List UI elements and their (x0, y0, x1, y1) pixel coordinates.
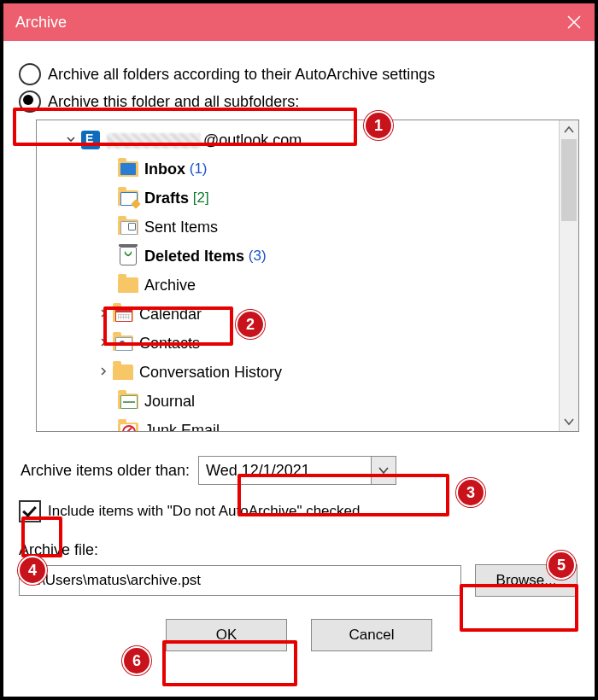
tree-item-drafts[interactable]: Drafts [2] (38, 184, 555, 213)
chevron-down-icon[interactable] (371, 457, 396, 484)
include-label: Include items with "Do not AutoArchive" … (48, 503, 360, 520)
tree-item-junk[interactable]: Junk Email (38, 416, 555, 431)
tree-item-inbox[interactable]: Inbox (1) (38, 155, 555, 184)
inbox-count: (1) (190, 160, 208, 178)
contacts-icon (113, 335, 133, 351)
archive-file-label: Archive file: (19, 541, 579, 559)
archive-label: Archive (144, 277, 196, 295)
chevron-down-icon[interactable] (62, 134, 79, 147)
exchange-icon (81, 131, 100, 149)
close-icon (566, 14, 583, 31)
deleted-label: Deleted Items (144, 248, 244, 265)
older-than-dropdown[interactable]: Wed 12/1/2021 (198, 456, 396, 485)
annotation-badge-2: 2 (236, 310, 265, 339)
sent-icon (118, 219, 138, 235)
close-button[interactable] (566, 14, 583, 31)
junk-icon (118, 423, 138, 431)
dialog-buttons: OK Cancel (19, 619, 579, 651)
radio-icon (19, 63, 41, 85)
chevron-right-icon[interactable] (95, 308, 112, 321)
radio-this-label: Archive this folder and all subfolders: (48, 93, 299, 111)
chevron-right-icon[interactable] (95, 337, 112, 350)
older-than-row: Archive items older than: Wed 12/1/2021 (21, 456, 579, 485)
tree-item-archive[interactable]: Archive (38, 271, 555, 300)
inbox-icon (118, 161, 138, 177)
calendar-icon (113, 306, 133, 322)
cancel-button[interactable]: Cancel (311, 619, 432, 651)
contacts-label: Contacts (139, 335, 200, 353)
radio-archive-this[interactable]: Archive this folder and all subfolders: (19, 90, 579, 113)
conversation-label: Conversation History (139, 364, 282, 382)
tree-item-conversation[interactable]: Conversation History (38, 358, 555, 387)
annotation-badge-6: 6 (122, 646, 151, 675)
dialog-body: Archive all folders according to their A… (3, 41, 595, 663)
drafts-label: Drafts (144, 190, 189, 207)
checkbox-icon (19, 500, 41, 522)
root-label: @outlook.com (107, 131, 302, 149)
tree-item-calendar[interactable]: Calendar (38, 300, 555, 329)
chevron-right-icon[interactable] (95, 366, 112, 379)
drafts-count: [2] (193, 190, 209, 207)
tree-item-journal[interactable]: Journal (38, 387, 555, 416)
older-than-value: Wed 12/1/2021 (199, 462, 371, 480)
archive-file-row: C:\Users\matus\archive.pst Browse... (19, 564, 579, 597)
scroll-up-icon[interactable] (560, 120, 578, 139)
ok-button[interactable]: OK (166, 619, 287, 651)
scroll-down-icon[interactable] (560, 412, 578, 431)
scroll-thumb[interactable] (561, 139, 577, 221)
journal-label: Journal (144, 393, 195, 411)
inbox-label: Inbox (144, 160, 185, 178)
archive-file-input[interactable]: C:\Users\matus\archive.pst (19, 565, 461, 596)
folder-icon (113, 365, 133, 380)
junk-label: Junk Email (144, 422, 220, 432)
radio-icon (19, 90, 41, 113)
tree-item-sent[interactable]: Sent Items (38, 213, 555, 242)
annotation-badge-4: 4 (18, 556, 47, 585)
tree-root[interactable]: @outlook.com (38, 125, 555, 155)
journal-icon (118, 394, 138, 409)
archive-dialog: Archive Archive all folders according to… (0, 0, 598, 700)
dialog-title: Archive (15, 14, 67, 32)
annotation-badge-5: 5 (547, 551, 576, 580)
folder-icon (118, 277, 138, 293)
calendar-label: Calendar (139, 306, 202, 324)
tree-viewport[interactable]: @outlook.com Inbox (1) Drafts [2] (37, 120, 559, 431)
deleted-count: (3) (249, 248, 267, 265)
drafts-icon (118, 190, 138, 206)
older-than-label: Archive items older than: (21, 462, 190, 480)
annotation-badge-1: 1 (364, 111, 393, 140)
radio-archive-all[interactable]: Archive all folders according to their A… (19, 63, 579, 85)
tree-item-deleted[interactable]: Deleted Items (3) (38, 242, 555, 271)
tree-item-contacts[interactable]: Contacts (38, 329, 555, 358)
radio-all-label: Archive all folders according to their A… (48, 66, 435, 84)
include-checkbox-row[interactable]: Include items with "Do not AutoArchive" … (19, 500, 579, 522)
sent-label: Sent Items (144, 219, 218, 236)
tree-scrollbar[interactable] (559, 120, 578, 431)
folder-tree: @outlook.com Inbox (1) Drafts [2] (36, 120, 579, 432)
title-bar: Archive (3, 3, 595, 41)
trash-icon (120, 247, 137, 265)
annotation-badge-3: 3 (456, 478, 485, 507)
